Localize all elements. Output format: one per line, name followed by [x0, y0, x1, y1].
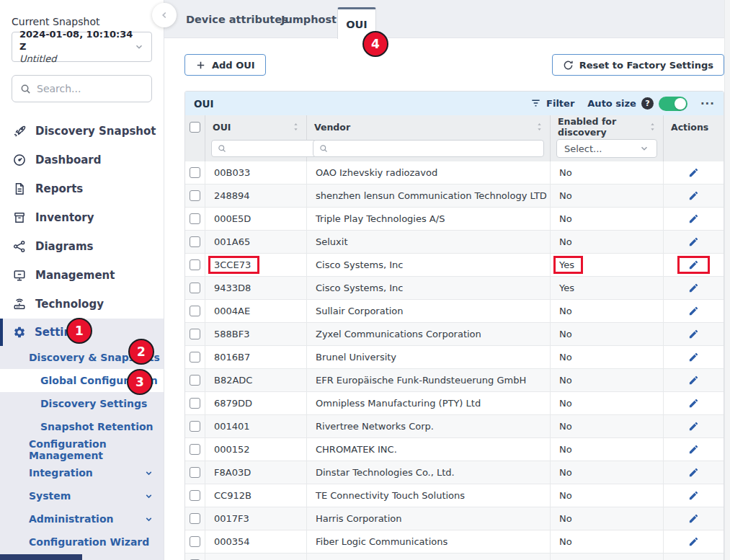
tab[interactable]: Device attributes: [186, 0, 288, 38]
sidebar-settings-child[interactable]: Integration: [0, 461, 164, 484]
tab-bar: Device attributes Jumphost OUI: [164, 0, 730, 38]
vertical-scrollbar[interactable]: [724, 0, 730, 560]
technology-icon: [13, 298, 26, 311]
sidebar-settings-child[interactable]: Discovery Settings: [0, 392, 164, 415]
edit-pencil-icon[interactable]: [688, 421, 699, 432]
edit-pencil-icon[interactable]: [688, 490, 699, 501]
sidebar-settings-child[interactable]: Snapshot Retention: [0, 415, 164, 438]
sidebar-nav-label: Dashboard: [35, 154, 101, 166]
sidebar-nav-item[interactable]: Reports: [0, 174, 164, 203]
horizontal-scrollbar-thumb[interactable]: [0, 554, 82, 560]
vendor-cell: Cisco Systems, Inc: [307, 277, 551, 300]
row-checkbox[interactable]: [190, 536, 200, 547]
edit-pencil-icon[interactable]: [688, 398, 699, 409]
edit-pencil-icon[interactable]: [688, 536, 699, 547]
chevron-down-icon: [134, 42, 144, 52]
edit-pencil-icon[interactable]: [688, 167, 699, 178]
table-row: 248894 shenzhen lensun Communication Tec…: [185, 185, 724, 208]
sidebar-search[interactable]: [12, 75, 152, 102]
row-checkbox[interactable]: [190, 398, 200, 409]
edit-pencil-icon[interactable]: [688, 190, 699, 201]
row-checkbox[interactable]: [190, 352, 200, 363]
vendor-cell: Rivertree Networks Corp.: [307, 415, 551, 438]
column-header-oui[interactable]: OUI: [213, 122, 231, 133]
row-checkbox[interactable]: [190, 213, 200, 224]
vendor-filter-input[interactable]: [313, 140, 544, 157]
tab-label: Jumphost: [281, 14, 337, 25]
edit-pencil-icon[interactable]: [688, 213, 699, 224]
edit-pencil-icon[interactable]: [688, 259, 699, 270]
sidebar-nav: Discovery Snapshot Dashboard Reports Inv…: [0, 117, 164, 319]
oui-table: OUI Filter Auto size ? ··· OUI: [184, 91, 724, 560]
row-checkbox[interactable]: [190, 444, 200, 455]
edit-pencil-icon[interactable]: [688, 236, 699, 247]
row-checkbox[interactable]: [190, 167, 200, 178]
row-checkbox[interactable]: [190, 513, 200, 524]
row-checkbox[interactable]: [190, 259, 200, 270]
search-input[interactable]: [37, 83, 162, 94]
sidebar-nav-label: Reports: [35, 182, 83, 195]
chevron-down-icon: [639, 143, 649, 154]
settings-child-label: Configuration Wizard: [29, 536, 149, 548]
sidebar-settings-child[interactable]: Administration: [0, 507, 164, 530]
more-options-button[interactable]: ···: [700, 97, 715, 110]
edit-pencil-icon[interactable]: [688, 283, 699, 293]
snapshot-value: 2024-01-08, 10:10:34 Z: [19, 29, 134, 53]
auto-size-toggle[interactable]: [659, 97, 687, 111]
snapshot-selector[interactable]: 2024-01-08, 10:10:34 Z Untitled: [12, 32, 152, 62]
enabled-cell: No: [553, 533, 581, 551]
table-row: 00B033 OAO Izhevskiy radiozavod No: [185, 161, 724, 185]
edit-pencil-icon[interactable]: [688, 329, 699, 339]
column-header-actions: Actions: [671, 122, 708, 133]
oui-cell: CC912B: [208, 486, 260, 505]
help-icon[interactable]: ?: [641, 97, 654, 110]
sort-icon[interactable]: [293, 123, 299, 131]
row-checkbox[interactable]: [190, 467, 200, 478]
enabled-cell: No: [553, 348, 581, 366]
row-checkbox[interactable]: [190, 329, 200, 339]
reset-factory-button[interactable]: Reset to Factory Settings: [552, 54, 724, 76]
table-header: OUI Vendor Enabled for discovery Actions: [185, 115, 724, 138]
plus-icon: [195, 60, 206, 71]
edit-pencil-icon[interactable]: [688, 306, 699, 316]
sidebar-nav-item[interactable]: Management: [0, 261, 164, 290]
edit-pencil-icon[interactable]: [688, 352, 699, 363]
edit-pencil-icon[interactable]: [688, 513, 699, 524]
row-checkbox[interactable]: [190, 306, 200, 316]
sidebar-settings-child[interactable]: Configuration Management: [0, 438, 164, 461]
edit-pencil-icon[interactable]: [688, 375, 699, 386]
sidebar-nav-item[interactable]: Discovery Snapshot: [0, 117, 164, 146]
sidebar-nav-item[interactable]: Diagrams: [0, 232, 164, 261]
enabled-cell: No: [553, 302, 581, 320]
report-icon: [13, 182, 26, 195]
sort-icon[interactable]: [536, 123, 543, 131]
add-oui-button[interactable]: Add OUI: [184, 54, 266, 76]
row-checkbox[interactable]: [190, 375, 200, 386]
sidebar-nav-item[interactable]: Inventory: [0, 203, 164, 232]
row-checkbox[interactable]: [190, 490, 200, 501]
sidebar-nav-item[interactable]: Technology: [0, 290, 164, 319]
enabled-cell: No: [553, 187, 581, 205]
tab[interactable]: Jumphost: [281, 0, 337, 38]
row-checkbox[interactable]: [190, 190, 200, 201]
column-header-enabled[interactable]: Enabled for discovery: [558, 116, 649, 138]
enabled-filter-select[interactable]: Select...: [556, 139, 657, 158]
settings-child-label: Discovery Settings: [40, 398, 147, 409]
row-checkbox[interactable]: [190, 283, 200, 293]
oui-cell: 000152: [208, 440, 259, 458]
table-row: 001401 Rivertree Networks Corp. No: [185, 415, 724, 438]
filter-control[interactable]: Filter: [530, 98, 574, 109]
select-all-checkbox[interactable]: [190, 122, 200, 133]
settings-child-label: Snapshot Retention: [40, 421, 153, 432]
edit-pencil-icon[interactable]: [688, 467, 699, 478]
row-checkbox[interactable]: [190, 236, 200, 247]
sidebar-settings-child[interactable]: System: [0, 484, 164, 507]
snapshot-subtitle: Untitled: [19, 53, 134, 65]
sidebar-collapse-button[interactable]: [152, 3, 177, 27]
sidebar-nav-item[interactable]: Dashboard: [0, 146, 164, 174]
edit-pencil-icon[interactable]: [688, 444, 699, 455]
sidebar-settings-child[interactable]: Configuration Wizard: [0, 530, 164, 554]
column-header-vendor[interactable]: Vendor: [314, 122, 350, 133]
row-checkbox[interactable]: [190, 421, 200, 432]
sort-icon[interactable]: [649, 123, 656, 131]
